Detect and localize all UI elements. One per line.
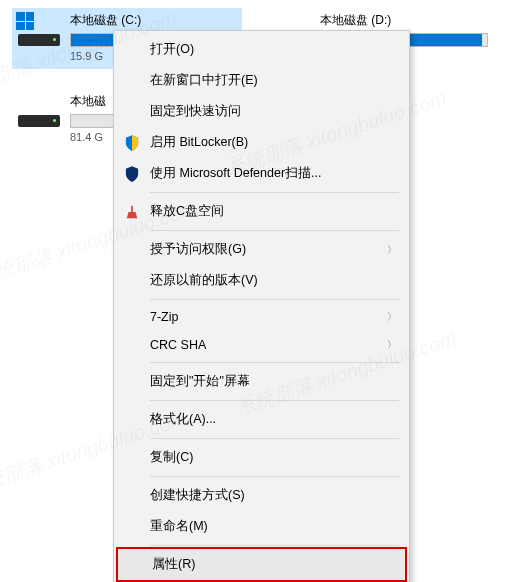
menu-label: 授予访问权限(G) — [150, 241, 246, 258]
broom-icon — [124, 204, 140, 220]
menu-label: 使用 Microsoft Defender扫描... — [150, 165, 322, 182]
drive-label: 本地磁盘 (D:) — [320, 12, 488, 29]
menu-label: 释放C盘空间 — [150, 203, 224, 220]
menu-7zip[interactable]: 7-Zip 〉 — [116, 303, 407, 331]
menu-rename[interactable]: 重命名(M) — [116, 511, 407, 542]
menu-label: 创建快捷方式(S) — [150, 487, 245, 504]
menu-bitlocker[interactable]: 启用 BitLocker(B) — [116, 127, 407, 158]
menu-label: 重命名(M) — [150, 518, 208, 535]
menu-separator — [150, 476, 399, 477]
menu-crc-sha[interactable]: CRC SHA 〉 — [116, 331, 407, 359]
menu-separator — [150, 438, 399, 439]
drive-icon — [16, 93, 64, 129]
menu-pin-start[interactable]: 固定到"开始"屏幕 — [116, 366, 407, 397]
menu-separator — [150, 362, 399, 363]
menu-label: CRC SHA — [150, 338, 206, 352]
chevron-right-icon: 〉 — [387, 338, 397, 352]
bitlocker-shield-icon — [124, 135, 140, 151]
chevron-right-icon: 〉 — [387, 243, 397, 257]
menu-grant-access[interactable]: 授予访问权限(G) 〉 — [116, 234, 407, 265]
menu-properties[interactable]: 属性(R) — [118, 549, 405, 580]
menu-pin-quick-access[interactable]: 固定到快速访问 — [116, 96, 407, 127]
menu-create-shortcut[interactable]: 创建快捷方式(S) — [116, 480, 407, 511]
menu-separator — [150, 230, 399, 231]
menu-label: 打开(O) — [150, 41, 194, 58]
menu-separator — [150, 545, 399, 546]
menu-label: 复制(C) — [150, 449, 193, 466]
menu-label: 还原以前的版本(V) — [150, 272, 258, 289]
menu-label: 属性(R) — [152, 556, 195, 573]
defender-shield-icon — [124, 166, 140, 182]
menu-label: 格式化(A)... — [150, 411, 216, 428]
drive-icon — [16, 12, 64, 48]
drive-label: 本地磁盘 (C:) — [70, 12, 238, 29]
menu-label: 7-Zip — [150, 310, 178, 324]
menu-label: 在新窗口中打开(E) — [150, 72, 258, 89]
menu-defender-scan[interactable]: 使用 Microsoft Defender扫描... — [116, 158, 407, 189]
context-menu: 打开(O) 在新窗口中打开(E) 固定到快速访问 启用 BitLocker(B)… — [113, 30, 410, 582]
svg-rect-0 — [131, 205, 133, 211]
menu-copy[interactable]: 复制(C) — [116, 442, 407, 473]
chevron-right-icon: 〉 — [387, 310, 397, 324]
menu-separator — [150, 400, 399, 401]
menu-separator — [150, 192, 399, 193]
menu-separator — [150, 299, 399, 300]
menu-free-space[interactable]: 释放C盘空间 — [116, 196, 407, 227]
menu-open[interactable]: 打开(O) — [116, 34, 407, 65]
menu-format[interactable]: 格式化(A)... — [116, 404, 407, 435]
menu-label: 固定到快速访问 — [150, 103, 241, 120]
menu-label: 启用 BitLocker(B) — [150, 134, 248, 151]
windows-logo-icon — [16, 12, 34, 30]
menu-open-new-window[interactable]: 在新窗口中打开(E) — [116, 65, 407, 96]
menu-restore-previous[interactable]: 还原以前的版本(V) — [116, 265, 407, 296]
menu-label: 固定到"开始"屏幕 — [150, 373, 250, 390]
